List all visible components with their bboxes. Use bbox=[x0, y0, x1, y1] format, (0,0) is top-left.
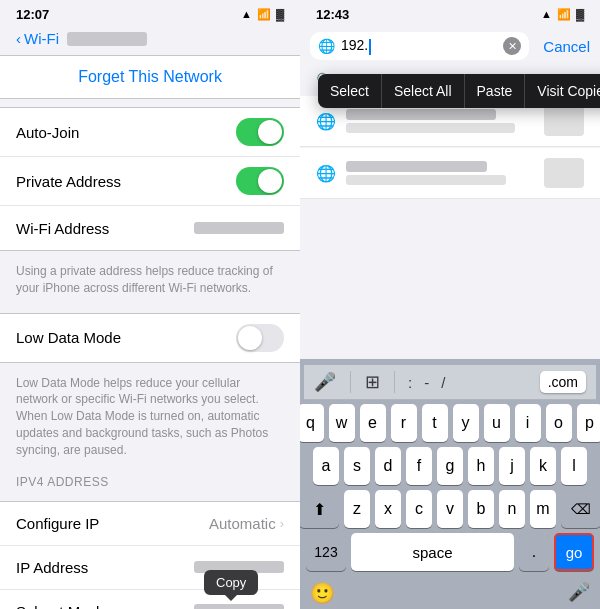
context-paste[interactable]: Paste bbox=[465, 74, 526, 108]
key-h[interactable]: h bbox=[468, 447, 494, 485]
browser-thumb-1 bbox=[544, 106, 584, 136]
auto-join-row: Auto-Join bbox=[0, 108, 300, 157]
key-l[interactable]: l bbox=[561, 447, 587, 485]
keyboard-bottom-row: 123 space . go bbox=[306, 533, 594, 571]
blur-line-3 bbox=[346, 161, 487, 172]
browser-item-content-2 bbox=[346, 161, 534, 185]
context-visit-copied[interactable]: Visit Copied Link bbox=[525, 74, 600, 108]
battery-icon-left: ▓ bbox=[276, 8, 284, 20]
back-button[interactable]: ‹ Wi-Fi bbox=[16, 30, 59, 47]
configure-ip-text: Automatic bbox=[209, 515, 276, 532]
key-p[interactable]: p bbox=[577, 404, 601, 442]
browser-thumb-2 bbox=[544, 158, 584, 188]
context-select-all[interactable]: Select All bbox=[382, 74, 465, 108]
clear-url-button[interactable]: ✕ bbox=[503, 37, 521, 55]
grid-tool-icon[interactable]: ⊞ bbox=[365, 371, 380, 393]
subnet-mask-label: Subnet Mask bbox=[16, 603, 104, 609]
low-data-section: Low Data Mode bbox=[0, 313, 300, 363]
context-select[interactable]: Select bbox=[318, 74, 382, 108]
key-u[interactable]: u bbox=[484, 404, 510, 442]
key-x[interactable]: x bbox=[375, 490, 401, 528]
copy-tooltip: Copy bbox=[194, 602, 284, 609]
key-r[interactable]: r bbox=[391, 404, 417, 442]
dot-key[interactable]: . bbox=[519, 533, 549, 571]
toggle-thumb-3 bbox=[238, 326, 262, 350]
right-panel: 12:43 ▲ 📶 ▓ 🌐 192. ✕ Cancel Select Selec… bbox=[300, 0, 600, 609]
key-o[interactable]: o bbox=[546, 404, 572, 442]
keyboard: 🎤 ⊞ : - / .com q w e r t y u i o p bbox=[300, 359, 600, 609]
forget-network-button[interactable]: Forget This Network bbox=[16, 68, 284, 86]
ipv4-section: Configure IP Automatic › IP Address Subn… bbox=[0, 501, 300, 609]
browser-item-globe-1: 🌐 bbox=[316, 112, 336, 131]
url-bar[interactable]: 🌐 192. ✕ bbox=[310, 32, 529, 60]
keyboard-row-1: q w e r t y u i o p bbox=[306, 404, 594, 442]
key-m[interactable]: m bbox=[530, 490, 556, 528]
copy-bubble[interactable]: Copy bbox=[204, 570, 258, 595]
browser-item-content-1 bbox=[346, 109, 534, 133]
key-z[interactable]: z bbox=[344, 490, 370, 528]
status-icons-right: ▲ 📶 ▓ bbox=[541, 8, 584, 21]
auto-join-label: Auto-Join bbox=[16, 124, 79, 141]
key-g[interactable]: g bbox=[437, 447, 463, 485]
go-key[interactable]: go bbox=[554, 533, 594, 571]
browser-list: 🔍 🌐 🌐 bbox=[300, 64, 600, 359]
keyboard-row-3: ⬆ z x c v b n m ⌫ bbox=[306, 490, 594, 528]
browser-item-2[interactable]: 🌐 bbox=[300, 148, 600, 199]
wifi-description: Using a private address helps reduce tra… bbox=[0, 259, 300, 305]
dot-com-key[interactable]: .com bbox=[540, 371, 586, 393]
cancel-button[interactable]: Cancel bbox=[543, 38, 590, 55]
time-right: 12:43 bbox=[316, 7, 349, 22]
blur-line-4 bbox=[346, 175, 506, 185]
status-icons-left: ▲ 📶 ▓ bbox=[241, 8, 284, 21]
key-t[interactable]: t bbox=[422, 404, 448, 442]
slash-key[interactable]: / bbox=[441, 374, 445, 391]
emoji-row: 🙂 🎤 bbox=[304, 579, 596, 605]
num-key[interactable]: 123 bbox=[306, 533, 346, 571]
wifi-address-value bbox=[194, 222, 284, 234]
time-left: 12:07 bbox=[16, 7, 49, 22]
status-bar-right: 12:43 ▲ 📶 ▓ bbox=[300, 0, 600, 28]
key-a[interactable]: a bbox=[313, 447, 339, 485]
key-f[interactable]: f bbox=[406, 447, 432, 485]
private-address-toggle[interactable] bbox=[236, 167, 284, 195]
url-cursor bbox=[369, 39, 371, 55]
private-address-row: Private Address bbox=[0, 157, 300, 206]
key-v[interactable]: v bbox=[437, 490, 463, 528]
key-n[interactable]: n bbox=[499, 490, 525, 528]
private-address-label: Private Address bbox=[16, 173, 121, 190]
toolbar-divider-2 bbox=[394, 371, 395, 393]
key-s[interactable]: s bbox=[344, 447, 370, 485]
colon-key[interactable]: : bbox=[408, 374, 412, 391]
mic-tool-icon[interactable]: 🎤 bbox=[314, 371, 336, 393]
key-q[interactable]: q bbox=[300, 404, 324, 442]
low-data-toggle[interactable] bbox=[236, 324, 284, 352]
key-b[interactable]: b bbox=[468, 490, 494, 528]
mic-key[interactable]: 🎤 bbox=[568, 581, 590, 605]
emoji-key[interactable]: 🙂 bbox=[310, 581, 335, 605]
auto-join-toggle[interactable] bbox=[236, 118, 284, 146]
delete-key[interactable]: ⌫ bbox=[561, 490, 600, 528]
forget-network-section: Forget This Network bbox=[0, 55, 300, 99]
key-c[interactable]: c bbox=[406, 490, 432, 528]
shift-key[interactable]: ⬆ bbox=[300, 490, 339, 528]
signal-icon-left: ▲ bbox=[241, 8, 252, 20]
wifi-icon-left: 📶 bbox=[257, 8, 271, 21]
left-panel: 12:07 ▲ 📶 ▓ ‹ Wi-Fi Forget This Network … bbox=[0, 0, 300, 609]
subnet-mask-value bbox=[194, 604, 284, 609]
toolbar-divider-1 bbox=[350, 371, 351, 393]
back-chevron-icon: ‹ bbox=[16, 30, 21, 47]
key-y[interactable]: y bbox=[453, 404, 479, 442]
auto-join-section: Auto-Join Private Address Wi-Fi Address bbox=[0, 107, 300, 251]
key-e[interactable]: e bbox=[360, 404, 386, 442]
configure-ip-row[interactable]: Configure IP Automatic › bbox=[0, 502, 300, 546]
wifi-network-name bbox=[67, 32, 147, 46]
key-d[interactable]: d bbox=[375, 447, 401, 485]
key-i[interactable]: i bbox=[515, 404, 541, 442]
space-key[interactable]: space bbox=[351, 533, 514, 571]
key-w[interactable]: w bbox=[329, 404, 355, 442]
chevron-icon: › bbox=[280, 516, 284, 531]
globe-icon: 🌐 bbox=[318, 38, 335, 54]
key-j[interactable]: j bbox=[499, 447, 525, 485]
key-k[interactable]: k bbox=[530, 447, 556, 485]
dash-key[interactable]: - bbox=[424, 374, 429, 391]
